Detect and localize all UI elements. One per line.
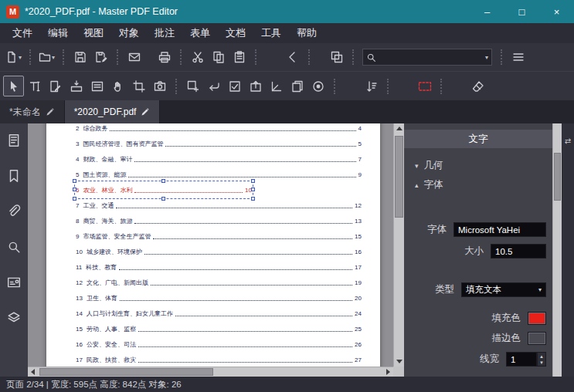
vertical-scroll-thumb[interactable] xyxy=(395,136,403,218)
search-caret-icon[interactable]: ▾ xyxy=(485,54,488,61)
selection-handle[interactable] xyxy=(251,188,255,191)
pdf-page[interactable]: 2 综合政务 4 3 国民经济管理、国有资产监管 5 4 财政、金融、审计 7 xyxy=(46,123,380,377)
toc-row[interactable]: 17 民政、扶贫、救灾 27 xyxy=(76,352,362,367)
minimize-button[interactable]: – xyxy=(470,0,504,23)
section-font[interactable]: ▴ 字体 xyxy=(404,178,552,191)
maximize-button[interactable]: □ xyxy=(504,0,539,23)
edit-object-tool-button[interactable] xyxy=(45,76,66,96)
selection-handle[interactable] xyxy=(73,197,76,201)
text-type-dropdown[interactable]: 填充文本 ▾ xyxy=(461,282,546,297)
scroll-right-button[interactable] xyxy=(383,367,393,377)
camera-tool-button[interactable] xyxy=(149,76,170,96)
toc-row[interactable]: 15 劳动、人事、监察 25 xyxy=(76,321,362,336)
toc-row[interactable]: 11 科技、教育 17 xyxy=(76,259,362,275)
menu-comment[interactable]: 批注 xyxy=(147,23,182,43)
select-tool-button[interactable] xyxy=(3,76,24,96)
panel-toggle-button[interactable]: ⇄ xyxy=(562,133,574,148)
new-document-caret-icon[interactable]: ▾ xyxy=(19,54,22,61)
copy-button[interactable] xyxy=(208,47,229,68)
menu-view[interactable]: 视图 xyxy=(76,23,111,43)
attachments-panel-button[interactable] xyxy=(5,204,22,219)
document-view[interactable]: 2 综合政务 4 3 国民经济管理、国有资产监管 5 4 财政、金融、审计 7 xyxy=(28,123,404,377)
vertical-scrollbar[interactable] xyxy=(393,123,404,367)
panel-scroll-thumb[interactable] xyxy=(554,153,561,201)
return-arrow-button[interactable] xyxy=(203,76,224,96)
horizontal-scrollbar[interactable] xyxy=(28,367,393,377)
selection-handle[interactable] xyxy=(251,179,255,183)
save-as-button[interactable] xyxy=(90,47,111,68)
tab-untitled[interactable]: *未命名 xyxy=(0,100,65,123)
scroll-down-button[interactable] xyxy=(394,357,404,367)
toc-row[interactable]: 5 国土资源、能源 9 xyxy=(76,167,362,182)
fill-color-swatch[interactable] xyxy=(528,312,546,325)
toc-row[interactable]: 3 国民经济管理、国有资产监管 5 xyxy=(76,136,362,151)
new-document-button[interactable]: ▾ xyxy=(3,47,24,68)
hand-tool-button[interactable] xyxy=(107,76,128,96)
selection-handle[interactable] xyxy=(73,179,76,183)
panel-scrollbar[interactable] xyxy=(552,123,562,377)
edit-form-tool-button[interactable] xyxy=(66,76,87,96)
font-size-input[interactable]: 10.5 xyxy=(491,244,546,259)
stroke-color-swatch[interactable] xyxy=(528,332,546,345)
print-button[interactable] xyxy=(154,47,175,68)
toc-row[interactable]: 4 财政、金融、审计 7 xyxy=(76,151,362,167)
open-file-button[interactable]: ▾ xyxy=(36,47,57,68)
font-family-input[interactable]: Microsoft YaHei xyxy=(453,222,546,237)
pages-tool-button[interactable] xyxy=(287,76,307,96)
thumbnails-panel-button[interactable] xyxy=(5,133,22,148)
back-button[interactable] xyxy=(282,47,303,68)
search-field[interactable]: ▾ xyxy=(362,49,492,66)
export-tool-button[interactable] xyxy=(245,76,266,96)
search-panel-button[interactable] xyxy=(5,239,22,255)
edit-text-tool-button[interactable] xyxy=(24,76,45,96)
section-geometry[interactable]: ▾ 几何 xyxy=(404,159,552,172)
form-list-button[interactable] xyxy=(87,76,107,96)
close-button[interactable]: × xyxy=(539,0,574,23)
toc-row[interactable]: 2 综合政务 4 xyxy=(76,123,362,136)
menu-tools[interactable]: 工具 xyxy=(253,23,289,43)
tab-2020-pdf[interactable]: *2020_PDF.pdf xyxy=(65,100,161,123)
scroll-left-button[interactable] xyxy=(28,367,38,377)
email-button[interactable] xyxy=(124,47,144,68)
toc-row[interactable]: 9 市场监管、安全生产监管 15 xyxy=(76,228,362,244)
selection-handle[interactable] xyxy=(161,197,165,201)
selection-handle[interactable] xyxy=(73,188,76,191)
snapshot-button[interactable] xyxy=(326,47,347,68)
select-area-tool-button[interactable] xyxy=(414,76,435,96)
toc-row[interactable]: 14 人口与计划生育、妇女儿童工作 24 xyxy=(76,306,362,321)
eraser-tool-button[interactable] xyxy=(467,76,488,96)
menu-object[interactable]: 对象 xyxy=(111,23,147,43)
checkbox-tool-button[interactable] xyxy=(224,76,245,96)
toc-row[interactable]: 16 公安、安全、司法 26 xyxy=(76,336,362,352)
selection-handle[interactable] xyxy=(161,179,165,183)
crop-tool-button[interactable] xyxy=(128,76,149,96)
menu-help[interactable]: 帮助 xyxy=(289,23,324,43)
main-menu-button[interactable] xyxy=(508,47,528,68)
selection-handle[interactable] xyxy=(251,197,255,201)
signature-panel-button[interactable] xyxy=(5,275,22,290)
measure-tool-button[interactable] xyxy=(266,76,287,96)
toc-row[interactable]: 12 文化、广电、新闻出版 19 xyxy=(76,275,362,290)
sort-tool-button[interactable] xyxy=(361,76,382,96)
spinner-up-icon[interactable]: ▲ xyxy=(539,353,544,360)
selected-text-object[interactable]: 6 农业、林业、水利 10 xyxy=(76,182,252,198)
radio-button-tool-button[interactable] xyxy=(307,76,328,96)
scroll-up-button[interactable] xyxy=(394,123,404,133)
toc-row[interactable]: 7 工业、交通 12 xyxy=(76,198,362,213)
menu-forms[interactable]: 表单 xyxy=(182,23,218,43)
horizontal-scroll-thumb[interactable] xyxy=(39,368,213,376)
open-file-caret-icon[interactable]: ▾ xyxy=(52,54,55,61)
spinner-down-icon[interactable]: ▼ xyxy=(539,360,544,366)
toc-row[interactable]: 10 城乡建设、环境保护 16 xyxy=(76,244,362,259)
menu-file[interactable]: 文件 xyxy=(5,23,40,43)
cut-button[interactable] xyxy=(187,47,208,68)
search-input[interactable] xyxy=(376,52,484,62)
toc-row[interactable]: 8 商贸、海关、旅游 13 xyxy=(76,213,362,228)
paste-button[interactable] xyxy=(229,47,250,68)
menu-edit[interactable]: 编辑 xyxy=(40,23,76,43)
toc-row[interactable]: 13 卫生、体育 20 xyxy=(76,290,362,306)
line-width-spinner[interactable]: ▲ ▼ xyxy=(537,352,546,367)
save-button[interactable] xyxy=(70,47,90,68)
menu-document[interactable]: 文档 xyxy=(218,23,253,43)
add-note-button[interactable] xyxy=(182,76,203,96)
